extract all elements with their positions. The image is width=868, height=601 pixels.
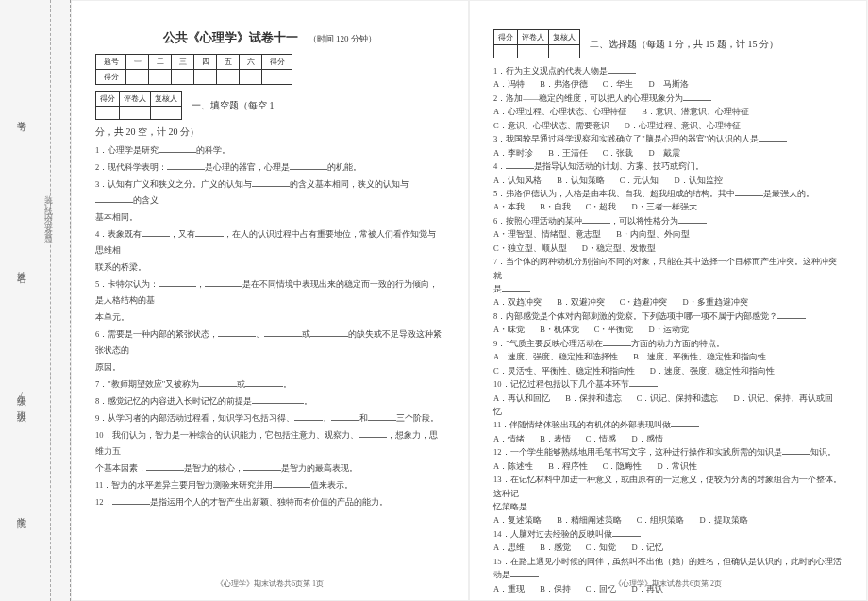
th-6: 六 [240, 55, 262, 70]
c14a: A．思维 [493, 543, 525, 552]
blank[interactable] [359, 429, 387, 438]
blank[interactable] [612, 528, 641, 537]
blank[interactable] [243, 462, 281, 471]
c3d: D．戴震 [648, 148, 679, 158]
blank[interactable] [671, 419, 699, 427]
c11: 11．伴随情绪体验出现的有机体的外部表现叫做 [493, 420, 671, 429]
q10: 10．我们认为，智力是一种综合的认识能力，它包括注意力、观察力、 [95, 430, 359, 440]
blank[interactable] [195, 228, 224, 237]
q3: 3．认知有广义和狭义之分。广义的认知与 [95, 179, 252, 189]
blank[interactable] [310, 328, 348, 337]
blank[interactable] [199, 378, 237, 387]
blank[interactable] [603, 338, 631, 346]
cell-empty [151, 107, 182, 120]
blank[interactable] [502, 283, 530, 292]
blank[interactable] [146, 462, 184, 471]
c12d: D．常识性 [657, 461, 696, 471]
cell-empty [240, 70, 262, 85]
blank[interactable] [331, 412, 359, 421]
q6: 6．需要是一种内部的紧张状态， [95, 329, 218, 339]
cell-empty [518, 45, 549, 58]
c11b: B．表情 [540, 434, 571, 443]
score-summary-table: 题号 一 二 三 四 五 六 得分 得分 [95, 54, 292, 85]
c9a: A．速度、强度、稳定性和选择性 [493, 352, 618, 361]
section1-title-b: 分，共 20 空，计 20 分） [95, 125, 444, 139]
blank[interactable] [735, 188, 763, 196]
c5b: 是最强大的。 [763, 189, 814, 198]
lbl-grade: 得分 [494, 30, 518, 45]
c11c: C．情感 [586, 434, 617, 443]
blank[interactable] [245, 378, 283, 387]
blank[interactable] [142, 228, 170, 237]
blank[interactable] [506, 160, 534, 169]
c6b2: B・内向型、外向型 [616, 229, 690, 239]
c15: 15．在路上遇见小时候的同伴，虽然叫不出他（她）的姓名，但确认是认识的，此时的心… [493, 557, 842, 579]
q12b: 是指运用个人的才智产生出新颖、独特而有价值的产品的能力。 [150, 497, 388, 507]
q10d: 是智力的核心， [184, 463, 243, 473]
blank[interactable] [252, 178, 290, 187]
blank[interactable] [290, 161, 327, 170]
blank[interactable] [218, 328, 256, 337]
c13b: 忆策略是 [493, 502, 527, 511]
blank[interactable] [527, 501, 556, 509]
c7c: C・趋避冲突 [620, 297, 668, 307]
q7: 7．"教师期望效应"又被称为 [95, 379, 199, 389]
c12b2: B．程序性 [548, 461, 588, 471]
q1: 1．心理学是研究 [95, 145, 159, 155]
blank[interactable] [759, 133, 787, 142]
section2-title: 二、选择题（每题 1 分，共 15 题，计 15 分） [590, 38, 778, 51]
grader-table-sec1: 得分 评卷人 复核人 [95, 91, 182, 120]
c4d: D．认知监控 [674, 175, 722, 185]
cell-empty [149, 70, 172, 85]
blank[interactable] [205, 278, 242, 287]
blank[interactable] [294, 412, 323, 421]
footer-left: 《心理学》期末试卷共6页第 1页 [72, 578, 468, 589]
lbl-grade: 得分 [96, 92, 120, 107]
q5d: 本单元。 [95, 312, 129, 322]
blank[interactable] [95, 194, 133, 203]
blank[interactable] [159, 278, 196, 287]
blank[interactable] [252, 395, 304, 404]
th-4: 四 [194, 55, 217, 70]
blank[interactable] [167, 161, 205, 170]
lbl-reviewer: 复核人 [151, 92, 182, 107]
blank[interactable] [678, 215, 707, 224]
q7b: 或 [237, 379, 245, 389]
label-college: 学院： [14, 509, 27, 525]
c2d: D．心理过程、意识、心理特征 [625, 121, 741, 130]
blank[interactable] [629, 378, 658, 387]
blank[interactable] [112, 496, 150, 505]
c3c: C．张载 [603, 148, 634, 158]
blank[interactable] [510, 569, 539, 577]
blank[interactable] [368, 412, 396, 421]
c1: 1．行为主义观点的代表人物是 [493, 66, 608, 75]
blank[interactable] [683, 92, 711, 101]
q4: 4．表象既有 [95, 229, 142, 239]
c11d: D．感情 [631, 434, 662, 443]
row-score: 得分 [96, 70, 126, 85]
cell-empty [217, 70, 240, 85]
blank[interactable] [608, 65, 636, 74]
c13c: C．组织策略 [637, 515, 685, 525]
blank[interactable] [273, 479, 310, 488]
c14b: B．感觉 [540, 543, 571, 552]
c7d: D・多重趋避冲突 [682, 297, 747, 307]
section2-header: 得分 评卷人 复核人 二、选择题（每题 1 分，共 15 题，计 15 分） [493, 29, 843, 58]
lbl-grader: 评卷人 [518, 30, 549, 45]
blank[interactable] [777, 310, 806, 319]
cell-empty [262, 70, 292, 85]
q9c: 和 [359, 413, 368, 423]
lbl-grader: 评卷人 [120, 92, 151, 107]
blank[interactable] [159, 144, 196, 153]
c5a: A・本我 [493, 202, 525, 211]
c8d: D・运动觉 [648, 325, 688, 334]
c7a: A．双趋冲突 [493, 297, 542, 307]
q8b: 。 [304, 396, 312, 406]
th-num: 题号 [96, 55, 126, 70]
cell-empty [96, 107, 120, 120]
grader-table-sec2: 得分 评卷人 复核人 [493, 29, 580, 58]
blank[interactable] [582, 215, 610, 224]
blank[interactable] [264, 328, 302, 337]
c12b: 知识。 [810, 447, 836, 457]
blank[interactable] [782, 446, 810, 455]
